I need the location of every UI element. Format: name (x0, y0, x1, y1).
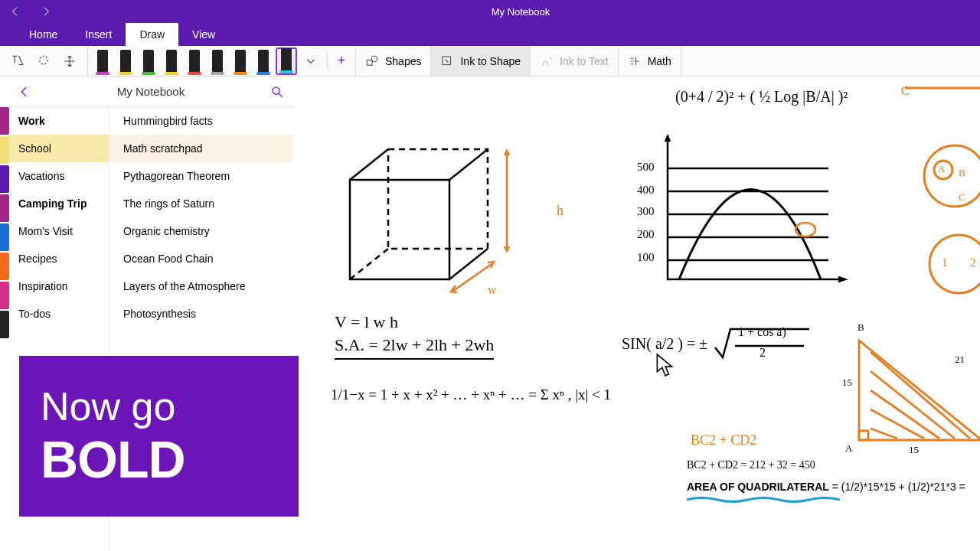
section-color-7[interactable] (0, 282, 9, 309)
search-button[interactable] (262, 85, 292, 99)
pen-selected[interactable] (276, 47, 297, 75)
shapes-icon (365, 54, 379, 68)
pen-8[interactable] (253, 47, 274, 75)
venn-drawing (905, 77, 980, 306)
graph-drawing (637, 130, 851, 291)
pen-1[interactable] (92, 47, 113, 75)
section-color-8[interactable] (0, 311, 9, 338)
page-item[interactable]: Math scratchpad (109, 135, 292, 162)
page-item[interactable]: Organic chemistry (109, 217, 292, 245)
page-item[interactable]: Photosynthesis (109, 300, 292, 328)
page-canvas[interactable]: h w (0+4 / 2)² + ( ½ Log |B/A| )² 500 40… (292, 77, 980, 551)
venn-c: C (901, 84, 910, 98)
bc-line: BC2 + CD2 = 212 + 32 = 450 (687, 459, 815, 471)
page-item[interactable]: Hummingbird facts (109, 107, 292, 135)
eq-volume: V = l w h (335, 312, 398, 332)
nav-back-button[interactable] (9, 85, 40, 99)
math-button[interactable]: Math (619, 46, 681, 76)
axis-100: 100 (637, 251, 655, 264)
title-bar: My Notebook (0, 0, 980, 23)
lasso-icon[interactable] (32, 50, 55, 73)
tri-15v: 15 (842, 377, 852, 389)
cursor-icon (656, 354, 673, 377)
pen-4[interactable] (161, 47, 182, 75)
svg-line-24 (871, 409, 924, 439)
section-color-4[interactable] (0, 194, 9, 222)
sin-frac-top: 1 + cos a) (738, 325, 786, 339)
pen-5[interactable] (184, 47, 205, 75)
venn-b: B (959, 167, 965, 179)
section-color-5[interactable] (0, 223, 9, 251)
back-button[interactable] (0, 0, 31, 23)
shapes-button[interactable]: Shapes (356, 46, 431, 76)
tab-insert[interactable]: Insert (71, 23, 126, 46)
eq-sa: S.A. = 2lw + 2lh + 2wh (335, 335, 494, 360)
add-pen-button[interactable]: + (331, 51, 352, 72)
equation-top: (0+4 / 2)² + ( ½ Log |B/A| )² (675, 88, 848, 106)
section-tabs-strip (0, 77, 9, 551)
search-icon (270, 85, 284, 99)
page-item[interactable]: Layers of the Atmosphere (109, 272, 292, 300)
section-recipes[interactable]: Recipes (9, 245, 109, 272)
tri-a: A (845, 442, 852, 455)
page-item[interactable]: Pythagorean Theorem (109, 162, 292, 190)
pen-3[interactable] (138, 47, 159, 75)
pen-7[interactable] (230, 47, 251, 75)
section-todos[interactable]: To-dos (9, 300, 109, 328)
tri-b: B (858, 321, 864, 334)
page-item[interactable]: The rings of Saturn (109, 190, 292, 217)
section-color-3[interactable] (0, 165, 9, 193)
section-school[interactable]: School (9, 135, 109, 162)
tri-15h: 15 (909, 444, 919, 456)
forward-button[interactable] (31, 0, 61, 23)
window-title: My Notebook (61, 6, 980, 18)
draw-toolbar: + Shapes Ink to Shape Ink to Text Math (0, 46, 980, 77)
eq-series: 1/1−x = 1 + x + x² + … + xⁿ + … = Σ xⁿ ,… (331, 386, 611, 403)
sin-frac-bot: 2 (760, 346, 766, 360)
page-item[interactable]: Ocean Food Chain (109, 245, 292, 272)
pen-2[interactable] (115, 47, 136, 75)
ink-to-text-button: Ink to Text (531, 46, 619, 76)
tab-view[interactable]: View (178, 23, 229, 46)
section-color-6[interactable] (0, 253, 9, 280)
svg-line-25 (871, 429, 897, 439)
promo-line2: BOLD (41, 429, 299, 489)
axis-200: 200 (637, 228, 655, 241)
cube-w-label: w (488, 283, 497, 297)
cube-h-label: h (557, 203, 564, 219)
axis-500: 500 (637, 161, 655, 174)
ink-to-shape-button[interactable]: Ink to Shape (431, 46, 531, 76)
tri-21: 21 (955, 354, 965, 366)
tab-draw[interactable]: Draw (126, 23, 178, 46)
venn-1: 1 (942, 256, 948, 269)
text-mode-icon[interactable] (6, 50, 29, 73)
tab-home[interactable]: Home (15, 23, 71, 46)
cube-arrows (335, 142, 549, 310)
section-work[interactable]: Work (9, 107, 109, 135)
section-vacations[interactable]: Vacations (9, 162, 109, 190)
ink-to-text-icon (540, 54, 554, 68)
pen-more-icon[interactable] (299, 50, 322, 73)
ribbon-tabs: Home Insert Draw View (0, 23, 980, 46)
promo-line1: Now go (41, 383, 299, 429)
section-inspiration[interactable]: Inspiration (9, 272, 109, 300)
ink-to-shape-icon (440, 54, 454, 68)
math-icon (628, 54, 642, 68)
area-line: AREA OF QUADRILATERAL = (1/2)*15*15 + (1… (687, 481, 965, 494)
orange-expr: BC2 + CD2 (691, 432, 756, 448)
section-camping-trip[interactable]: Camping Trip (9, 190, 109, 217)
pen-6[interactable] (207, 47, 228, 75)
venn-a: A (938, 163, 945, 175)
promo-overlay: Now go BOLD (19, 356, 299, 517)
underline-wave (687, 496, 844, 504)
venn-2: 2 (970, 256, 976, 269)
notebook-title: My Notebook (40, 85, 262, 98)
triangle-drawing (851, 325, 980, 448)
svg-point-0 (40, 56, 48, 64)
eq-sin: SIN( a/2 ) = ± (622, 335, 707, 353)
svg-rect-26 (859, 431, 868, 440)
section-color-1[interactable] (0, 107, 9, 135)
section-color-2[interactable] (0, 136, 9, 164)
pan-icon[interactable] (58, 50, 81, 73)
section-moms-visit[interactable]: Mom's Visit (9, 217, 109, 245)
